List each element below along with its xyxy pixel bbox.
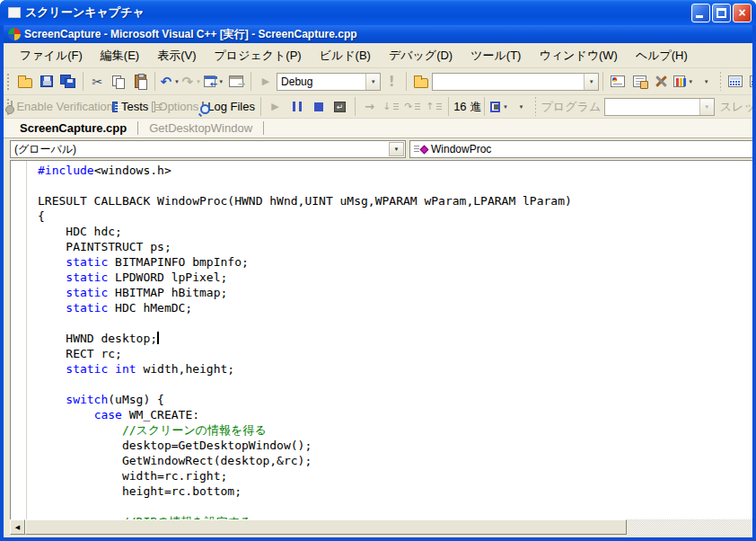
code-line: static LPDWORD lpPixel;	[38, 270, 572, 285]
code-line	[38, 315, 572, 331]
navigate-forward-button[interactable]: →	[225, 71, 247, 93]
code-line: width=rc.right;	[38, 468, 572, 483]
program-combo[interactable]: ▼	[604, 98, 715, 116]
restart-icon: ↵	[334, 102, 346, 112]
solution-explorer-button[interactable]	[607, 71, 629, 93]
other-windows-button[interactable]: ▼	[672, 71, 695, 93]
toolbar-options-button[interactable]: ▼	[695, 71, 716, 93]
scope-combo-dropdown-icon[interactable]: ▼	[389, 142, 404, 156]
menu-edit[interactable]: 編集(E)	[92, 43, 148, 68]
debug-windows-dropdown[interactable]: ▼	[510, 97, 532, 116]
code-line	[38, 377, 572, 392]
menu-build[interactable]: ビルド(B)	[311, 43, 380, 68]
code-lines: #include<windows.h> LRESULT CALLBACK Win…	[38, 163, 572, 519]
dialog-grid-icon	[750, 75, 752, 87]
toolbar-separator	[251, 72, 251, 91]
step-over-button[interactable]: ↷	[401, 97, 423, 116]
options-button[interactable]: Options	[150, 97, 200, 116]
tab-screencapture-cpp[interactable]: ScreenCapture.cpp	[9, 120, 137, 137]
toolbar-separator	[154, 72, 155, 91]
pause-button[interactable]	[286, 97, 308, 116]
toolbar-options-dropdown-icon: ▼	[704, 79, 709, 84]
redo-button[interactable]: ↷▼	[180, 71, 202, 93]
tests-icon	[112, 102, 118, 112]
outer-window-title: スクリーンキャプチャ	[25, 4, 691, 21]
menu-window[interactable]: ウィンドウ(W)	[530, 43, 626, 68]
menu-view[interactable]: 表示(V)	[148, 43, 205, 68]
find-combo[interactable]: ▼	[432, 73, 599, 91]
config-combo-dropdown-icon[interactable]: ▼	[365, 74, 380, 90]
cut-icon: ✂	[92, 75, 103, 89]
method-diamond-icon	[420, 145, 429, 154]
code-line: LRESULT CALLBACK WindowProc(HWND hWnd,UI…	[38, 193, 572, 208]
member-combo[interactable]: WindowProc	[409, 140, 752, 158]
menu-help[interactable]: ヘルプ(H)	[627, 43, 697, 68]
layout-grid-button-2[interactable]	[746, 71, 752, 93]
selection-margin[interactable]	[11, 161, 27, 519]
tab-getdesktopwindow[interactable]: GetDesktopWindow	[138, 120, 263, 137]
open-folder-icon	[18, 78, 32, 88]
app-titlebar[interactable]: ScreenCapture - Microsoft Visual C++ [実行…	[4, 25, 752, 43]
layout-grid-button[interactable]	[725, 71, 746, 93]
close-button[interactable]: ×	[733, 4, 752, 22]
hex-display-button[interactable]: 16 進	[453, 97, 480, 116]
navigate-back-button[interactable]: ←▼	[202, 71, 225, 93]
step-into-button[interactable]: ↓	[380, 97, 401, 116]
scrollbar-thumb[interactable]	[25, 519, 627, 535]
code-line: height=rc.bottom;	[38, 483, 572, 499]
solution-config-combo[interactable]: Debug ▼	[277, 73, 381, 91]
code-line: desktop=GetDesktopWindow();	[38, 438, 572, 453]
undo-button[interactable]: ↶▼	[159, 71, 180, 93]
watch-window-icon	[490, 102, 500, 112]
log-files-button[interactable]: Log Files	[200, 97, 256, 116]
maximize-button[interactable]	[712, 4, 731, 22]
toolbar-separator	[484, 97, 485, 116]
outer-titlebar[interactable]: スクリーンキャプチャ ×	[0, 0, 756, 25]
tests-button[interactable]: Tests	[110, 97, 150, 116]
next-statement-icon: →	[365, 100, 374, 113]
code-line: GetWindowRect(desktop,&rc);	[38, 453, 572, 468]
properties-window-button[interactable]	[629, 71, 650, 93]
menu-file[interactable]: ファイル(F)	[11, 43, 92, 68]
minimize-button[interactable]	[691, 4, 710, 22]
menu-debug[interactable]: デバッグ(D)	[380, 43, 462, 68]
paste-button[interactable]	[129, 71, 151, 93]
config-combo-value: Debug	[277, 75, 365, 88]
save-all-button[interactable]	[57, 71, 79, 93]
find-in-files-button[interactable]	[410, 71, 432, 93]
show-next-statement-button[interactable]: →	[358, 97, 380, 116]
breakpoints-window-button[interactable]: ▼	[488, 97, 510, 116]
stop-button[interactable]	[308, 97, 330, 116]
scope-combo[interactable]: (グローバル) ▼	[10, 140, 406, 158]
stop-icon	[314, 102, 323, 111]
horizontal-scrollbar[interactable]: ◀	[10, 519, 752, 535]
find-combo-dropdown-icon[interactable]: ▼	[584, 74, 598, 90]
start-button[interactable]: ▶	[255, 71, 277, 93]
copy-button[interactable]	[108, 71, 129, 93]
scroll-left-button[interactable]: ◀	[10, 519, 25, 535]
other-windows-dropdown-icon: ▼	[688, 79, 693, 84]
code-line: switch(uMsg) {	[38, 392, 572, 407]
cut-button[interactable]: ✂	[86, 71, 108, 93]
restart-button[interactable]: ↵	[330, 97, 351, 116]
toolbar-grip[interactable]	[7, 74, 11, 90]
open-file-button[interactable]	[14, 71, 36, 93]
toolbar-separator	[448, 97, 449, 116]
program-combo-dropdown-icon[interactable]: ▼	[699, 99, 714, 115]
toolbar-separator	[602, 72, 603, 91]
breakpoint-toggle-button[interactable]: !	[381, 71, 402, 93]
menu-project[interactable]: プロジェクト(P)	[206, 43, 311, 68]
outer-client-area: ScreenCapture - Microsoft Visual C++ [実行…	[4, 25, 752, 537]
toolbox-button[interactable]	[650, 71, 672, 93]
step-out-button[interactable]: ↑	[423, 97, 444, 116]
save-button[interactable]	[36, 71, 57, 93]
enable-verification-button[interactable]: Enable Verification	[13, 97, 110, 116]
log-files-icon	[202, 102, 204, 112]
continue-button[interactable]: ▶	[265, 97, 286, 116]
vc-app-window: ScreenCapture - Microsoft Visual C++ [実行…	[4, 25, 752, 537]
copy-icon	[112, 75, 125, 88]
outer-window: スクリーンキャプチャ × ScreenCapture - Microsoft V…	[0, 0, 756, 541]
menu-tools[interactable]: ツール(T)	[462, 43, 530, 68]
code-editor[interactable]: #include<windows.h> LRESULT CALLBACK Win…	[10, 160, 752, 519]
tests-label: Tests	[121, 100, 148, 113]
